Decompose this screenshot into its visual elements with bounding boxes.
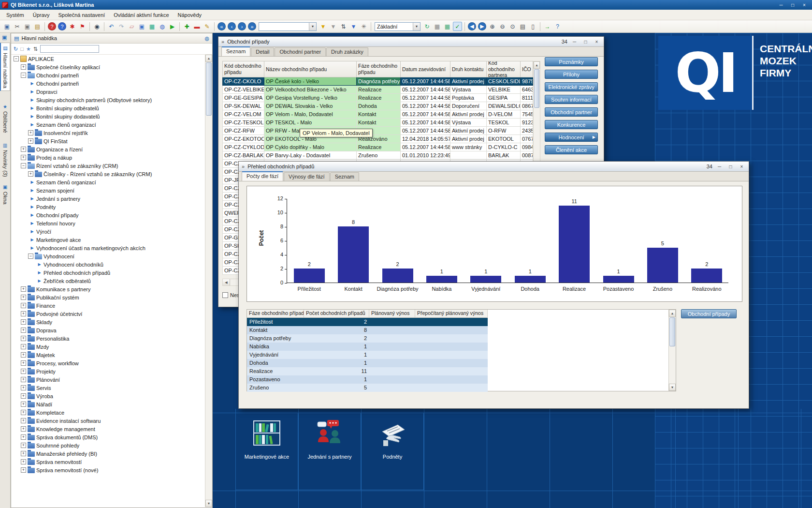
app-maximize-button[interactable]: □ — [787, 1, 798, 9]
window-menu-icon[interactable]: » — [221, 39, 224, 45]
collapse-tree-icon[interactable]: □ — [20, 46, 24, 52]
forward-icon[interactable]: ▶ — [478, 22, 486, 30]
menu-item-5[interactable]: Nápovědy — [174, 11, 206, 19]
expand-icon[interactable]: + — [21, 155, 26, 160]
tree-item[interactable]: ▶Přehled obchodních případů — [12, 269, 204, 277]
shortcut-2[interactable]: Jednání s partnery — [298, 413, 361, 490]
collapse-icon[interactable]: − — [21, 73, 26, 78]
collapse-icon[interactable]: − — [14, 56, 19, 61]
column-header[interactable]: Fáze obchodního případu — [357, 61, 401, 77]
zoom-in-icon[interactable]: ⊕ — [488, 22, 497, 31]
expand-icon[interactable]: + — [21, 147, 26, 152]
expand-icon[interactable]: + — [21, 377, 26, 382]
bar-Příležitost[interactable] — [294, 269, 325, 283]
tree-item[interactable]: +Výroba — [12, 392, 204, 400]
undo-icon[interactable]: ↶ — [107, 22, 116, 31]
expand-icon[interactable]: + — [21, 402, 26, 407]
collapse-icon[interactable]: − — [21, 163, 26, 168]
scroll-down-icon[interactable]: ▼ — [205, 500, 212, 507]
tree-item[interactable]: ▶Dopravci — [12, 88, 204, 96]
menu-item-4[interactable]: Ovládání aktivní funkce — [109, 11, 173, 19]
menu-item-2[interactable]: Úpravy — [29, 11, 54, 19]
side-button-4[interactable]: Souhrn informací — [545, 95, 598, 104]
tree-item[interactable]: +Knowledge management — [12, 425, 204, 433]
bar-Nabídka[interactable] — [426, 276, 457, 283]
filter-icon[interactable]: ▼ — [319, 22, 328, 31]
paste-icon[interactable]: ▤ — [33, 22, 42, 31]
nesledovane-checkbox[interactable] — [222, 292, 228, 298]
expand-icon[interactable]: + — [21, 328, 26, 333]
column-header[interactable]: Kód obchodního partnera — [487, 61, 521, 77]
tree-item[interactable]: +QI FinStat — [12, 137, 204, 145]
first-record-icon[interactable]: « — [218, 22, 226, 30]
expand-icon[interactable]: + — [21, 369, 26, 374]
tree-item[interactable]: −Vyhodnocení — [12, 252, 204, 260]
chart-icon[interactable]: ▦ — [147, 22, 157, 31]
table-row[interactable]: OP-CZ-VELOMOP Velom - Malo, DodavatelKon… — [222, 110, 533, 119]
sidebar-tab-4[interactable]: ▣Okna — [0, 182, 10, 207]
scrollbar-thumb[interactable] — [669, 317, 675, 346]
tree-item[interactable]: −APLIKACE — [12, 55, 204, 63]
phase-table-row[interactable]: Vyjednávání1 — [247, 351, 676, 359]
expand-icon[interactable]: + — [21, 410, 26, 415]
tree-item[interactable]: +Personalistika — [12, 334, 204, 343]
phase-table-row[interactable]: Dohoda1 — [247, 359, 676, 367]
column-header[interactable]: Fáze obchodního případu — [247, 310, 304, 318]
phase-table-row[interactable]: Zrušeno5 — [247, 384, 676, 392]
sidebar-tab-3[interactable]: ▥Novinky (3) — [0, 140, 10, 179]
panel-icon[interactable]: ▣ — [2, 22, 12, 31]
expand-icon[interactable]: + — [21, 360, 26, 366]
tree-item[interactable]: −Řízení vztahů se zákazníky (CRM) — [12, 162, 204, 170]
tree-item[interactable]: −Obchodní partneři — [12, 71, 204, 79]
settings-gear-icon[interactable]: ✳ — [359, 22, 368, 31]
expand-icon[interactable]: + — [21, 385, 26, 390]
side-button-6[interactable]: Konkurence — [545, 120, 598, 129]
table-row[interactable]: OP-CZ-BARLAKOP Barvy-Laky - DodavatelZru… — [222, 151, 533, 160]
sidebar-tab-1[interactable]: ▤Hlavní nabídka — [0, 43, 10, 91]
overview-tab-3[interactable]: Seznam — [330, 172, 359, 181]
table-row[interactable]: OP-GE-GESIPAOP Gesipa Vorstellung - Velk… — [222, 94, 533, 102]
sort-tree-icon[interactable]: ⇅ — [33, 46, 38, 52]
column-header[interactable]: Datum zaevidování — [401, 61, 450, 77]
expand-icon[interactable]: + — [21, 459, 26, 464]
expand-icon[interactable]: + — [28, 171, 33, 177]
copy-icon[interactable]: ▣ — [23, 22, 32, 31]
side-button-7[interactable]: Hodnocení▶ — [545, 133, 598, 142]
window2-minimize-button[interactable]: ─ — [715, 164, 724, 169]
layout-icon[interactable]: ▦ — [433, 22, 442, 31]
phase-table-row[interactable]: Kontakt8 — [247, 326, 676, 334]
expand-icon[interactable]: + — [21, 64, 26, 70]
tree-item[interactable]: ▶Jednání s partnery — [12, 194, 204, 203]
tree-item[interactable]: +Doprava — [12, 326, 204, 334]
chevron-down-icon[interactable]: ▼ — [413, 23, 420, 30]
refresh-tree-icon[interactable]: ↻ — [14, 46, 18, 52]
expand-icon[interactable]: + — [21, 443, 26, 448]
tree-item[interactable]: +Správa nemovitostí (nové) — [12, 466, 204, 474]
table-row[interactable]: OP-SK-DEWALOP DEWAL Slovakia - VelkoDoho… — [222, 102, 533, 110]
tree-item[interactable]: +Mzdy — [12, 343, 204, 351]
delete-record-icon[interactable]: ▬ — [192, 22, 202, 31]
tree-item[interactable]: ▶Seznam spojení — [12, 186, 204, 194]
tree-item[interactable]: +Plánování — [12, 375, 204, 384]
expand-icon[interactable]: + — [21, 426, 26, 432]
side-button-2[interactable]: Přílohy — [545, 70, 598, 79]
tree-item[interactable]: +Číselníky - Řízení vztahů se zákazníky … — [12, 170, 204, 178]
bar-Pozastaveno[interactable] — [603, 276, 634, 283]
collapse-icon[interactable]: − — [28, 254, 33, 259]
bar-Diagnóza potřeby[interactable] — [382, 269, 413, 283]
bar-Kontakt[interactable] — [338, 226, 369, 283]
column-header[interactable]: Název obchodního případu — [264, 61, 357, 77]
cases-tab-3[interactable]: Obchodní partner — [275, 47, 326, 56]
tree-item[interactable]: +Nářadí — [12, 400, 204, 408]
tree-scrollbar[interactable]: ▲ ▼ — [205, 55, 212, 507]
back-icon[interactable]: ◀ — [468, 22, 476, 30]
redo-icon[interactable]: ↷ — [117, 22, 126, 31]
layout-alt-icon[interactable]: ▦ — [443, 22, 452, 31]
column-header[interactable]: Druh kontaktu — [450, 61, 487, 77]
scroll-up-icon[interactable]: ▲ — [205, 55, 212, 62]
expand-icon[interactable]: + — [21, 434, 26, 440]
scrollbar-thumb[interactable] — [206, 62, 212, 116]
tree-item[interactable]: +Insolvenční rejstřík — [12, 129, 204, 137]
scroll-up-icon[interactable]: ▲ — [534, 61, 540, 69]
add-record-icon[interactable]: ✚ — [182, 22, 191, 31]
